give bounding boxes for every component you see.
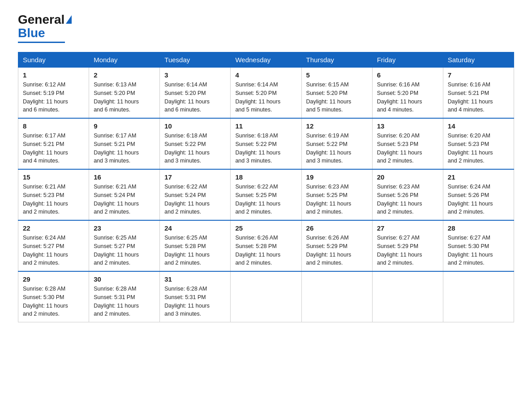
day-info: Sunrise: 6:21 AM Sunset: 5:23 PM Dayligh… xyxy=(23,183,84,216)
calendar-cell xyxy=(372,271,443,322)
logo-text-general: General xyxy=(18,13,64,26)
header-monday: Monday xyxy=(89,52,160,68)
calendar-cell: 13 Sunrise: 6:20 AM Sunset: 5:23 PM Dayl… xyxy=(372,118,443,169)
page-header: General Blue xyxy=(18,13,514,43)
calendar-cell: 29 Sunrise: 6:28 AM Sunset: 5:30 PM Dayl… xyxy=(18,271,89,322)
day-info: Sunrise: 6:22 AM Sunset: 5:25 PM Dayligh… xyxy=(235,183,296,216)
header-wednesday: Wednesday xyxy=(231,52,301,68)
calendar-cell: 19 Sunrise: 6:23 AM Sunset: 5:25 PM Dayl… xyxy=(301,169,372,220)
calendar-cell: 7 Sunrise: 6:16 AM Sunset: 5:21 PM Dayli… xyxy=(443,68,514,119)
day-number: 16 xyxy=(94,173,155,181)
day-info: Sunrise: 6:26 AM Sunset: 5:29 PM Dayligh… xyxy=(306,234,368,267)
calendar-cell: 17 Sunrise: 6:22 AM Sunset: 5:24 PM Dayl… xyxy=(160,169,231,220)
day-info: Sunrise: 6:14 AM Sunset: 5:20 PM Dayligh… xyxy=(235,81,296,114)
calendar-table: SundayMondayTuesdayWednesdayThursdayFrid… xyxy=(18,52,514,322)
calendar-cell: 5 Sunrise: 6:15 AM Sunset: 5:20 PM Dayli… xyxy=(301,68,372,119)
day-number: 28 xyxy=(448,224,509,232)
day-info: Sunrise: 6:25 AM Sunset: 5:27 PM Dayligh… xyxy=(94,234,155,267)
day-number: 4 xyxy=(235,71,296,79)
logo: General Blue xyxy=(18,13,72,43)
day-info: Sunrise: 6:28 AM Sunset: 5:31 PM Dayligh… xyxy=(94,285,155,318)
day-info: Sunrise: 6:22 AM Sunset: 5:24 PM Dayligh… xyxy=(164,183,226,216)
calendar-cell: 8 Sunrise: 6:17 AM Sunset: 5:21 PM Dayli… xyxy=(18,118,89,169)
day-number: 13 xyxy=(377,122,438,130)
calendar-cell xyxy=(231,271,301,322)
day-info: Sunrise: 6:17 AM Sunset: 5:21 PM Dayligh… xyxy=(94,132,155,165)
calendar-cell: 2 Sunrise: 6:13 AM Sunset: 5:20 PM Dayli… xyxy=(89,68,160,119)
calendar-cell: 22 Sunrise: 6:24 AM Sunset: 5:27 PM Dayl… xyxy=(18,220,89,271)
day-info: Sunrise: 6:28 AM Sunset: 5:30 PM Dayligh… xyxy=(23,285,84,318)
header-sunday: Sunday xyxy=(18,52,89,68)
day-info: Sunrise: 6:27 AM Sunset: 5:30 PM Dayligh… xyxy=(448,234,509,267)
calendar-cell: 9 Sunrise: 6:17 AM Sunset: 5:21 PM Dayli… xyxy=(89,118,160,169)
calendar-cell: 4 Sunrise: 6:14 AM Sunset: 5:20 PM Dayli… xyxy=(231,68,301,119)
calendar-cell xyxy=(443,271,514,322)
header-thursday: Thursday xyxy=(301,52,372,68)
day-number: 9 xyxy=(94,122,155,130)
day-info: Sunrise: 6:15 AM Sunset: 5:20 PM Dayligh… xyxy=(306,81,368,114)
calendar-cell: 12 Sunrise: 6:19 AM Sunset: 5:22 PM Dayl… xyxy=(301,118,372,169)
day-info: Sunrise: 6:24 AM Sunset: 5:26 PM Dayligh… xyxy=(448,183,509,216)
calendar-cell: 26 Sunrise: 6:26 AM Sunset: 5:29 PM Dayl… xyxy=(301,220,372,271)
day-number: 29 xyxy=(23,275,84,283)
calendar-cell: 15 Sunrise: 6:21 AM Sunset: 5:23 PM Dayl… xyxy=(18,169,89,220)
day-number: 27 xyxy=(377,224,438,232)
calendar-cell: 28 Sunrise: 6:27 AM Sunset: 5:30 PM Dayl… xyxy=(443,220,514,271)
header-tuesday: Tuesday xyxy=(160,52,231,68)
calendar-cell: 1 Sunrise: 6:12 AM Sunset: 5:19 PM Dayli… xyxy=(18,68,89,119)
day-info: Sunrise: 6:23 AM Sunset: 5:25 PM Dayligh… xyxy=(306,183,368,216)
calendar-cell xyxy=(301,271,372,322)
calendar-week-3: 15 Sunrise: 6:21 AM Sunset: 5:23 PM Dayl… xyxy=(18,169,514,220)
calendar-cell: 23 Sunrise: 6:25 AM Sunset: 5:27 PM Dayl… xyxy=(89,220,160,271)
calendar-week-2: 8 Sunrise: 6:17 AM Sunset: 5:21 PM Dayli… xyxy=(18,118,514,169)
calendar-cell: 31 Sunrise: 6:28 AM Sunset: 5:31 PM Dayl… xyxy=(160,271,231,322)
day-info: Sunrise: 6:27 AM Sunset: 5:29 PM Dayligh… xyxy=(377,234,438,267)
calendar-cell: 27 Sunrise: 6:27 AM Sunset: 5:29 PM Dayl… xyxy=(372,220,443,271)
logo-text-blue: Blue xyxy=(18,26,45,40)
day-info: Sunrise: 6:25 AM Sunset: 5:28 PM Dayligh… xyxy=(164,234,226,267)
day-info: Sunrise: 6:18 AM Sunset: 5:22 PM Dayligh… xyxy=(235,132,296,165)
logo-underline xyxy=(18,42,65,43)
day-number: 15 xyxy=(23,173,84,181)
calendar-cell: 14 Sunrise: 6:20 AM Sunset: 5:23 PM Dayl… xyxy=(443,118,514,169)
day-info: Sunrise: 6:17 AM Sunset: 5:21 PM Dayligh… xyxy=(23,132,84,165)
day-number: 20 xyxy=(377,173,438,181)
day-number: 17 xyxy=(164,173,226,181)
day-number: 24 xyxy=(164,224,226,232)
day-number: 6 xyxy=(377,71,438,79)
day-info: Sunrise: 6:28 AM Sunset: 5:31 PM Dayligh… xyxy=(164,285,226,318)
calendar-cell: 25 Sunrise: 6:26 AM Sunset: 5:28 PM Dayl… xyxy=(231,220,301,271)
calendar-cell: 20 Sunrise: 6:23 AM Sunset: 5:26 PM Dayl… xyxy=(372,169,443,220)
day-number: 3 xyxy=(164,71,226,79)
day-info: Sunrise: 6:21 AM Sunset: 5:24 PM Dayligh… xyxy=(94,183,155,216)
day-number: 26 xyxy=(306,224,368,232)
calendar-header-row: SundayMondayTuesdayWednesdayThursdayFrid… xyxy=(18,52,514,68)
header-saturday: Saturday xyxy=(443,52,514,68)
day-number: 30 xyxy=(94,275,155,283)
day-info: Sunrise: 6:20 AM Sunset: 5:23 PM Dayligh… xyxy=(377,132,438,165)
calendar-cell: 30 Sunrise: 6:28 AM Sunset: 5:31 PM Dayl… xyxy=(89,271,160,322)
day-info: Sunrise: 6:16 AM Sunset: 5:21 PM Dayligh… xyxy=(448,81,509,114)
calendar-cell: 10 Sunrise: 6:18 AM Sunset: 5:22 PM Dayl… xyxy=(160,118,231,169)
day-info: Sunrise: 6:12 AM Sunset: 5:19 PM Dayligh… xyxy=(23,81,84,114)
day-number: 21 xyxy=(448,173,509,181)
calendar-cell: 6 Sunrise: 6:16 AM Sunset: 5:20 PM Dayli… xyxy=(372,68,443,119)
day-number: 14 xyxy=(448,122,509,130)
day-info: Sunrise: 6:16 AM Sunset: 5:20 PM Dayligh… xyxy=(377,81,438,114)
calendar-cell: 11 Sunrise: 6:18 AM Sunset: 5:22 PM Dayl… xyxy=(231,118,301,169)
day-number: 12 xyxy=(306,122,368,130)
day-number: 18 xyxy=(235,173,296,181)
calendar-week-1: 1 Sunrise: 6:12 AM Sunset: 5:19 PM Dayli… xyxy=(18,68,514,119)
calendar-cell: 18 Sunrise: 6:22 AM Sunset: 5:25 PM Dayl… xyxy=(231,169,301,220)
calendar-cell: 16 Sunrise: 6:21 AM Sunset: 5:24 PM Dayl… xyxy=(89,169,160,220)
day-number: 7 xyxy=(448,71,509,79)
day-info: Sunrise: 6:13 AM Sunset: 5:20 PM Dayligh… xyxy=(94,81,155,114)
day-info: Sunrise: 6:14 AM Sunset: 5:20 PM Dayligh… xyxy=(164,81,226,114)
day-number: 31 xyxy=(164,275,226,283)
day-number: 25 xyxy=(235,224,296,232)
day-number: 23 xyxy=(94,224,155,232)
calendar-week-5: 29 Sunrise: 6:28 AM Sunset: 5:30 PM Dayl… xyxy=(18,271,514,322)
calendar-week-4: 22 Sunrise: 6:24 AM Sunset: 5:27 PM Dayl… xyxy=(18,220,514,271)
calendar-cell: 3 Sunrise: 6:14 AM Sunset: 5:20 PM Dayli… xyxy=(160,68,231,119)
day-number: 19 xyxy=(306,173,368,181)
